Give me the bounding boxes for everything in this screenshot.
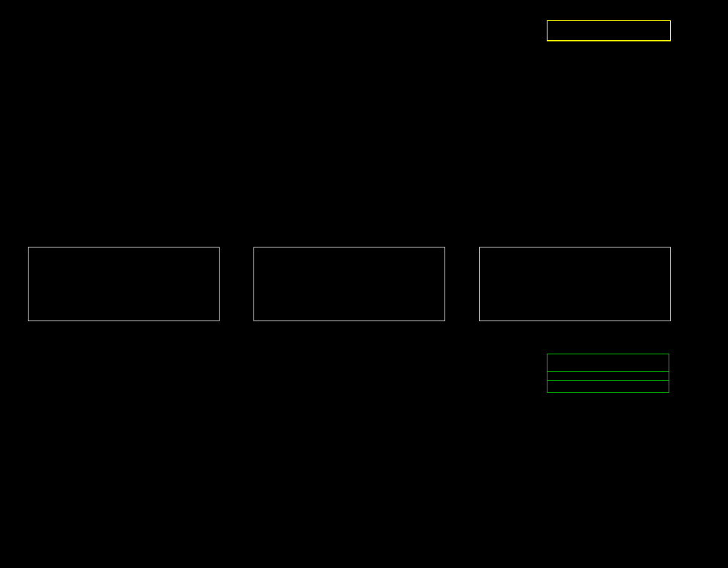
aip-output-box	[547, 354, 669, 393]
thumbnail-eliminate-canvas	[253, 247, 445, 321]
ionogram-bottom-canvas	[0, 343, 546, 568]
parameter-value	[601, 381, 632, 392]
parameter-name	[547, 394, 600, 405]
autoscala-screen	[0, 0, 728, 568]
aip-output-panel	[547, 354, 669, 405]
parameter-value	[600, 394, 632, 405]
thumbnail-evidence-f2	[479, 247, 671, 326]
thumbnail-evidence-canvas	[479, 247, 671, 321]
autoscala-output-panel	[547, 20, 671, 41]
tec-bottom-row	[548, 380, 669, 392]
thumbnail-original-ionogram	[28, 247, 220, 326]
autoscala-panel-title	[548, 21, 670, 41]
parameter-name	[548, 381, 601, 392]
aip-panel-title	[548, 354, 669, 372]
tec-top-row	[547, 394, 669, 405]
thumbnail-original-canvas	[28, 247, 220, 321]
aip-rows	[548, 372, 669, 378]
ionogram-top-canvas	[0, 11, 546, 236]
thumbnail-eliminate-reflections	[253, 247, 445, 326]
